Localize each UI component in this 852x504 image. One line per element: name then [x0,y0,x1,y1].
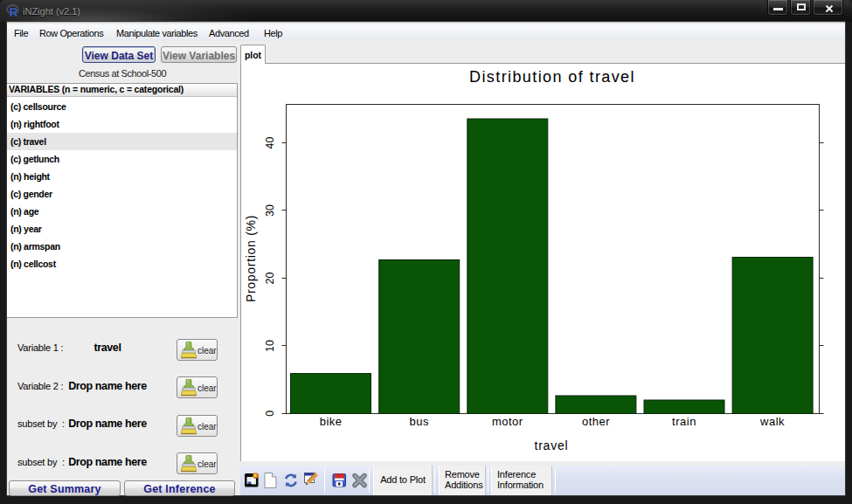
svg-text:R: R [10,5,18,18]
svg-text:30: 30 [264,204,276,217]
svg-text:train: train [672,415,696,428]
svg-text:20: 20 [264,273,276,285]
svg-text:0: 0 [264,411,276,417]
svg-text:other: other [582,415,610,428]
svg-text:bike: bike [320,415,343,428]
svg-text:10: 10 [264,340,276,352]
svg-text:40: 40 [264,137,276,149]
svg-text:walk: walk [759,415,785,428]
svg-text:bus: bus [410,415,429,428]
svg-text:travel: travel [534,438,568,452]
svg-text:motor: motor [492,415,523,428]
svg-text:Distribution of travel: Distribution of travel [469,68,635,86]
svg-text:Proportion (%): Proportion (%) [244,215,258,302]
